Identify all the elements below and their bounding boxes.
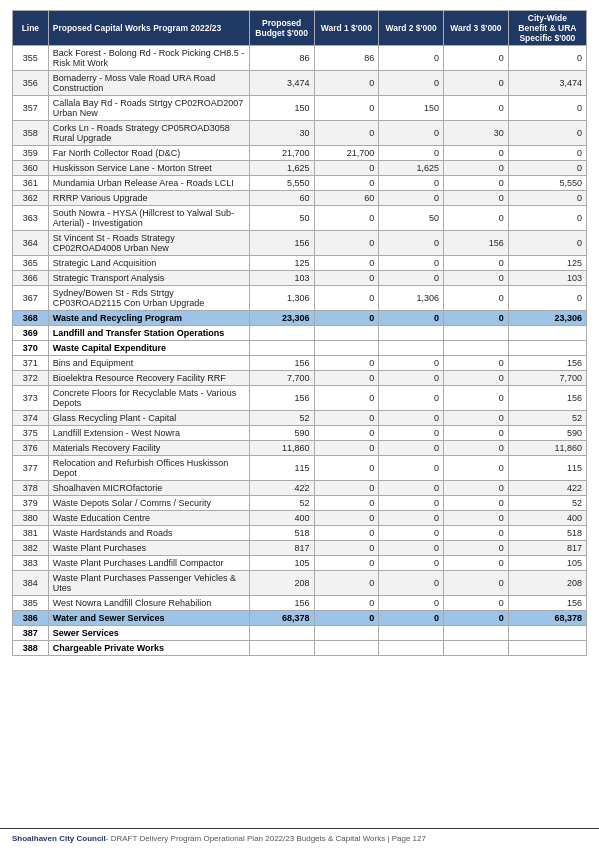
cell-citywide: 5,550 bbox=[508, 176, 586, 191]
cell-ward1: 0 bbox=[314, 96, 379, 121]
cell-line: 371 bbox=[13, 356, 49, 371]
cell-desc: Waste Education Centre bbox=[48, 511, 249, 526]
cell-ward1: 0 bbox=[314, 426, 379, 441]
table-row: 380Waste Education Centre400000400 bbox=[13, 511, 587, 526]
cell-citywide: 156 bbox=[508, 356, 586, 371]
cell-line: 374 bbox=[13, 411, 49, 426]
footer-brand: Shoalhaven City Council bbox=[12, 834, 106, 843]
header-ward1: Ward 1 $'000 bbox=[314, 11, 379, 46]
cell-citywide: 7,700 bbox=[508, 371, 586, 386]
table-row: 370Waste Capital Expenditure bbox=[13, 341, 587, 356]
cell-ward3: 0 bbox=[444, 541, 509, 556]
cell-citywide: 590 bbox=[508, 426, 586, 441]
cell-desc: Concrete Floors for Recyclable Mats - Va… bbox=[48, 386, 249, 411]
cell-ward3: 0 bbox=[444, 481, 509, 496]
cell-ward1: 60 bbox=[314, 191, 379, 206]
cell-ward1: 0 bbox=[314, 121, 379, 146]
cell-citywide: 422 bbox=[508, 481, 586, 496]
cell-desc: St Vincent St - Roads Strategy CP02ROAD4… bbox=[48, 231, 249, 256]
cell-budget: 52 bbox=[249, 411, 314, 426]
table-row: 361Mundamia Urban Release Area - Roads L… bbox=[13, 176, 587, 191]
cell-citywide: 103 bbox=[508, 271, 586, 286]
cell-ward2: 0 bbox=[379, 256, 444, 271]
cell-ward1: 0 bbox=[314, 356, 379, 371]
cell-ward1: 0 bbox=[314, 311, 379, 326]
cell-line: 364 bbox=[13, 231, 49, 256]
cell-citywide: 817 bbox=[508, 541, 586, 556]
table-row: 377Relocation and Refurbish Offices Husk… bbox=[13, 456, 587, 481]
cell-budget: 3,474 bbox=[249, 71, 314, 96]
cell-citywide: 11,860 bbox=[508, 441, 586, 456]
cell-ward2: 0 bbox=[379, 121, 444, 146]
cell-citywide: 518 bbox=[508, 526, 586, 541]
cell-ward1: 0 bbox=[314, 571, 379, 596]
cell-ward1: 0 bbox=[314, 541, 379, 556]
cell-line: 373 bbox=[13, 386, 49, 411]
cell-citywide bbox=[508, 326, 586, 341]
cell-ward2: 0 bbox=[379, 556, 444, 571]
cell-citywide bbox=[508, 626, 586, 641]
cell-line: 375 bbox=[13, 426, 49, 441]
cell-budget bbox=[249, 326, 314, 341]
cell-ward3: 0 bbox=[444, 511, 509, 526]
cell-ward3: 0 bbox=[444, 71, 509, 96]
table-row: 357Callala Bay Rd - Roads Strtgy CP02ROA… bbox=[13, 96, 587, 121]
cell-line: 359 bbox=[13, 146, 49, 161]
cell-desc: Corks Ln - Roads Strategy CP05ROAD3058 R… bbox=[48, 121, 249, 146]
cell-ward3: 0 bbox=[444, 386, 509, 411]
cell-desc: Bomaderry - Moss Vale Road URA Road Cons… bbox=[48, 71, 249, 96]
cell-desc: Bioelektra Resource Recovery Facility RR… bbox=[48, 371, 249, 386]
header-line: Line bbox=[13, 11, 49, 46]
cell-line: 376 bbox=[13, 441, 49, 456]
cell-line: 355 bbox=[13, 46, 49, 71]
cell-desc: Glass Recycling Plant - Capital bbox=[48, 411, 249, 426]
cell-ward1: 0 bbox=[314, 441, 379, 456]
table-row: 362RRRP Various Upgrade6060000 bbox=[13, 191, 587, 206]
cell-ward2 bbox=[379, 326, 444, 341]
cell-ward1 bbox=[314, 341, 379, 356]
header-desc: Proposed Capital Works Program 2022/23 bbox=[48, 11, 249, 46]
cell-ward1: 0 bbox=[314, 611, 379, 626]
cell-citywide: 23,306 bbox=[508, 311, 586, 326]
cell-ward2: 0 bbox=[379, 456, 444, 481]
cell-line: 367 bbox=[13, 286, 49, 311]
cell-ward2: 1,625 bbox=[379, 161, 444, 176]
table-row: 360Huskisson Service Lane - Morton Stree… bbox=[13, 161, 587, 176]
cell-ward3: 156 bbox=[444, 231, 509, 256]
cell-line: 360 bbox=[13, 161, 49, 176]
cell-ward3: 0 bbox=[444, 311, 509, 326]
cell-citywide: 208 bbox=[508, 571, 586, 596]
cell-budget: 590 bbox=[249, 426, 314, 441]
table-row: 381Waste Hardstands and Roads518000518 bbox=[13, 526, 587, 541]
cell-budget: 7,700 bbox=[249, 371, 314, 386]
table-row: 367Sydney/Bowen St - Rds Strtgy CP03ROAD… bbox=[13, 286, 587, 311]
cell-ward3: 0 bbox=[444, 371, 509, 386]
cell-desc: South Nowra - HYSA (Hillcrest to Yalwal … bbox=[48, 206, 249, 231]
table-row: 371Bins and Equipment156000156 bbox=[13, 356, 587, 371]
table-row: 356Bomaderry - Moss Vale Road URA Road C… bbox=[13, 71, 587, 96]
cell-ward2: 0 bbox=[379, 596, 444, 611]
cell-ward3: 0 bbox=[444, 286, 509, 311]
cell-line: 365 bbox=[13, 256, 49, 271]
cell-line: 388 bbox=[13, 641, 49, 656]
cell-ward2: 0 bbox=[379, 46, 444, 71]
table-row: 373Concrete Floors for Recyclable Mats -… bbox=[13, 386, 587, 411]
cell-budget: 68,378 bbox=[249, 611, 314, 626]
cell-citywide bbox=[508, 641, 586, 656]
table-row: 374Glass Recycling Plant - Capital520005… bbox=[13, 411, 587, 426]
cell-budget: 50 bbox=[249, 206, 314, 231]
cell-ward3: 0 bbox=[444, 441, 509, 456]
cell-budget: 11,860 bbox=[249, 441, 314, 456]
cell-ward3: 0 bbox=[444, 356, 509, 371]
cell-ward2: 0 bbox=[379, 356, 444, 371]
cell-ward1 bbox=[314, 626, 379, 641]
cell-line: 370 bbox=[13, 341, 49, 356]
cell-ward2: 0 bbox=[379, 571, 444, 596]
table-row: 369Landfill and Transfer Station Operati… bbox=[13, 326, 587, 341]
table-row: 388Chargeable Private Works bbox=[13, 641, 587, 656]
cell-budget: 208 bbox=[249, 571, 314, 596]
cell-ward2: 0 bbox=[379, 176, 444, 191]
cell-ward2 bbox=[379, 626, 444, 641]
cell-ward2: 0 bbox=[379, 311, 444, 326]
cell-budget: 103 bbox=[249, 271, 314, 286]
